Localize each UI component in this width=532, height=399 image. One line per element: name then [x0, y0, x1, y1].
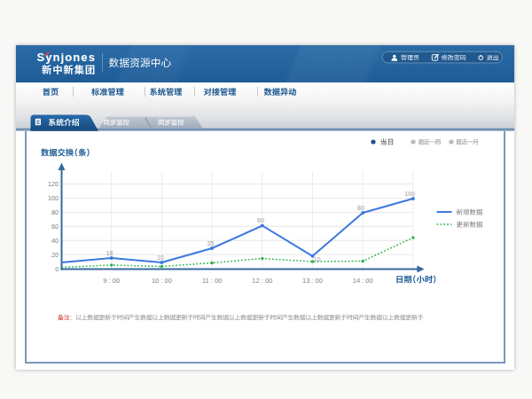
svg-text:100: 100 — [404, 191, 415, 197]
svg-text:10: 10 — [314, 256, 321, 262]
svg-text:0: 0 — [55, 265, 59, 273]
svg-text:35: 35 — [207, 240, 215, 246]
svg-text:80: 80 — [357, 205, 364, 211]
svg-text:14 : 00: 14 : 00 — [353, 277, 373, 285]
svg-text:18: 18 — [106, 250, 113, 256]
svg-text:60: 60 — [51, 223, 59, 231]
svg-text:100: 100 — [48, 194, 59, 202]
svg-text:11 : 00: 11 : 00 — [202, 277, 222, 285]
svg-text:10 : 00: 10 : 00 — [152, 277, 172, 285]
svg-text:120: 120 — [48, 180, 59, 188]
svg-text:10: 10 — [157, 254, 164, 261]
svg-text:13 : 00: 13 : 00 — [302, 277, 323, 285]
svg-text:20: 20 — [51, 251, 59, 259]
svg-text:60: 60 — [257, 217, 264, 223]
svg-text:Synjones: Synjones — [37, 51, 97, 64]
svg-text:80: 80 — [51, 208, 59, 216]
svg-text:12 : 00: 12 : 00 — [252, 277, 272, 285]
svg-text:40: 40 — [51, 237, 59, 245]
svg-text:9 : 00: 9 : 00 — [103, 277, 120, 285]
